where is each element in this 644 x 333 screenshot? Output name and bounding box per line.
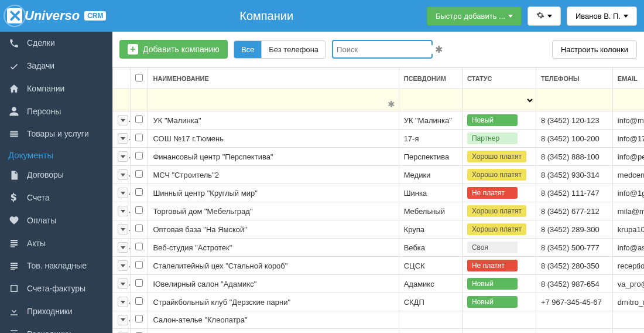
row-menu-button[interactable] bbox=[118, 133, 128, 144]
row-menu-button[interactable] bbox=[118, 260, 128, 271]
sidebar-doc-2[interactable]: Оплаты bbox=[0, 209, 112, 232]
col-phone[interactable]: ТЕЛЕФОНЫ bbox=[536, 68, 612, 89]
cell-phone: +7 967-345-45-67 bbox=[536, 293, 612, 311]
row-menu-button[interactable] bbox=[118, 278, 128, 289]
status-badge: Не платят bbox=[467, 260, 518, 271]
sidebar-item-0[interactable]: Сделки bbox=[0, 32, 112, 55]
col-name[interactable]: НАИМЕНОВАНИЕ bbox=[148, 68, 399, 89]
filter-phone-input[interactable] bbox=[537, 96, 611, 104]
list-icon bbox=[8, 128, 20, 140]
cell-name[interactable]: Салон-ателье "Клеопатра" bbox=[148, 311, 399, 329]
cell-name[interactable]: Ювелирный салон "Адамикс" bbox=[148, 275, 399, 293]
filter-no-phone-button[interactable]: Без телефона bbox=[261, 41, 326, 58]
table-filter-row: ✱ bbox=[113, 89, 645, 111]
settings-button[interactable] bbox=[527, 6, 561, 26]
sidebar-item-3[interactable]: Персоны bbox=[0, 100, 112, 123]
row-menu-button[interactable] bbox=[118, 188, 128, 198]
row-checkbox[interactable] bbox=[135, 279, 143, 287]
row-menu-button[interactable] bbox=[118, 206, 128, 216]
sidebar-item-label: Приходники bbox=[27, 307, 73, 316]
row-checkbox[interactable] bbox=[135, 315, 143, 322]
row-checkbox[interactable] bbox=[135, 297, 143, 305]
row-menu-button[interactable] bbox=[118, 315, 128, 325]
row-menu-button[interactable] bbox=[118, 151, 128, 162]
logo-brand: Universo bbox=[25, 8, 80, 23]
cell-name[interactable]: СОШ №17 г.Тюмень bbox=[148, 130, 399, 148]
cell-name[interactable]: Шинный центр "Круглый мир" bbox=[148, 184, 399, 202]
col-alias[interactable]: ПСЕВДОНИМ bbox=[399, 68, 462, 89]
filter-group: Все Без телефона bbox=[234, 40, 326, 59]
cell-phone bbox=[536, 311, 612, 329]
sidebar-doc-1[interactable]: Счета bbox=[0, 186, 112, 209]
status-badge: Партнер bbox=[467, 132, 518, 144]
add-company-button[interactable]: + Добавить компанию bbox=[119, 40, 228, 59]
cell-name[interactable]: Веб-студия "Астротек" bbox=[148, 239, 399, 257]
row-checkbox[interactable] bbox=[135, 225, 143, 232]
cell-email: dmitro_maslenka@mail.lom bbox=[612, 293, 644, 311]
row-checkbox[interactable] bbox=[135, 170, 143, 178]
status-badge: Своя bbox=[467, 242, 518, 253]
cell-name[interactable]: Оптовая база "На Ямской" bbox=[148, 220, 399, 239]
search-box: ✱ bbox=[332, 40, 433, 59]
table-wrapper[interactable]: НАИМЕНОВАНИЕ ПСЕВДОНИМ СТАТУС ТЕЛЕФОНЫ E… bbox=[112, 67, 644, 333]
cell-status: Новый bbox=[462, 275, 536, 293]
cell-alias: Адамикс bbox=[399, 275, 462, 293]
cell-alias: СКДП bbox=[399, 293, 462, 311]
cell-email: info@17school72.ru bbox=[612, 130, 644, 148]
cell-name[interactable]: Торговый дом "Мебельград" bbox=[148, 202, 399, 220]
row-menu-button[interactable] bbox=[118, 115, 128, 125]
row-menu-button[interactable] bbox=[118, 242, 128, 253]
table-row: Торговый дом "Мебельград" Мебельный Хоро… bbox=[113, 202, 645, 220]
configure-columns-button[interactable]: Настроить колонки bbox=[552, 40, 637, 59]
filter-status-select[interactable] bbox=[464, 96, 535, 105]
table-row: Ювелирный салон "Адамикс" Адамикс Новый … bbox=[113, 275, 645, 293]
cell-status: Не платят bbox=[462, 184, 536, 202]
filter-alias-input[interactable] bbox=[400, 96, 461, 104]
row-menu-button[interactable] bbox=[118, 224, 128, 235]
cell-name[interactable]: Страйкбольный клуб "Дерзские парни" bbox=[148, 293, 399, 311]
table-row: Шинный центр "Круглый мир" Шинка Не плат… bbox=[113, 184, 645, 202]
logo[interactable]: ✕ Universo CRM bbox=[7, 8, 106, 23]
sidebar-item-4[interactable]: Товары и услуги bbox=[0, 123, 112, 145]
cell-name[interactable]: Торговый дом "Золотые купола" bbox=[148, 328, 399, 333]
col-status[interactable]: СТАТУС bbox=[462, 68, 536, 89]
cell-phone: 8 (3452) 289-300 bbox=[536, 220, 612, 239]
sidebar-doc-0[interactable]: Договоры bbox=[0, 164, 112, 186]
user-menu-button[interactable]: Иванов В. П. bbox=[567, 6, 637, 26]
quick-add-button[interactable]: Быстро добавить ... bbox=[427, 6, 522, 26]
page-title: Компании bbox=[106, 9, 426, 23]
row-checkbox[interactable] bbox=[135, 243, 143, 250]
filter-email-input[interactable] bbox=[614, 96, 644, 104]
row-checkbox[interactable] bbox=[135, 206, 143, 214]
sidebar-doc-6[interactable]: Приходники bbox=[0, 300, 112, 322]
cell-name[interactable]: Финансовый центр "Перспектива" bbox=[148, 148, 399, 166]
filter-all-button[interactable]: Все bbox=[234, 41, 261, 58]
filter-name-input[interactable] bbox=[149, 91, 397, 99]
sidebar-item-1[interactable]: Задачи bbox=[0, 55, 112, 77]
sidebar-item-2[interactable]: Компании bbox=[0, 77, 112, 100]
person-icon bbox=[8, 106, 20, 117]
select-all-checkbox[interactable] bbox=[135, 74, 143, 81]
cell-name[interactable]: УК "Малинка" bbox=[148, 111, 399, 130]
sidebar-doc-3[interactable]: Акты bbox=[0, 232, 112, 254]
phone-icon bbox=[8, 38, 20, 49]
col-email[interactable]: EMAIL bbox=[612, 68, 644, 89]
row-menu-button[interactable] bbox=[118, 169, 128, 180]
cell-alias: СЦСК bbox=[399, 257, 462, 275]
cell-name[interactable]: МСЧ "Строитель"2 bbox=[148, 166, 399, 184]
row-checkbox[interactable] bbox=[135, 115, 143, 123]
cell-alias: Крупа bbox=[399, 220, 462, 239]
row-menu-button[interactable] bbox=[118, 297, 128, 307]
cell-name[interactable]: Сталелитейный цех "Стальной короб" bbox=[148, 257, 399, 275]
sidebar-item-label: Компании bbox=[27, 84, 64, 93]
sidebar-doc-7[interactable]: Расходники bbox=[0, 322, 112, 333]
sidebar-doc-4[interactable]: Тов. накладные bbox=[0, 254, 112, 277]
row-checkbox[interactable] bbox=[135, 152, 143, 159]
sidebar-doc-5[interactable]: Счета-фактуры bbox=[0, 277, 112, 300]
cell-email bbox=[612, 311, 644, 329]
row-checkbox[interactable] bbox=[135, 134, 143, 141]
row-checkbox[interactable] bbox=[135, 261, 143, 269]
row-checkbox[interactable] bbox=[135, 188, 143, 196]
search-input[interactable] bbox=[337, 45, 435, 54]
status-badge: Хорошо платят bbox=[467, 223, 526, 235]
